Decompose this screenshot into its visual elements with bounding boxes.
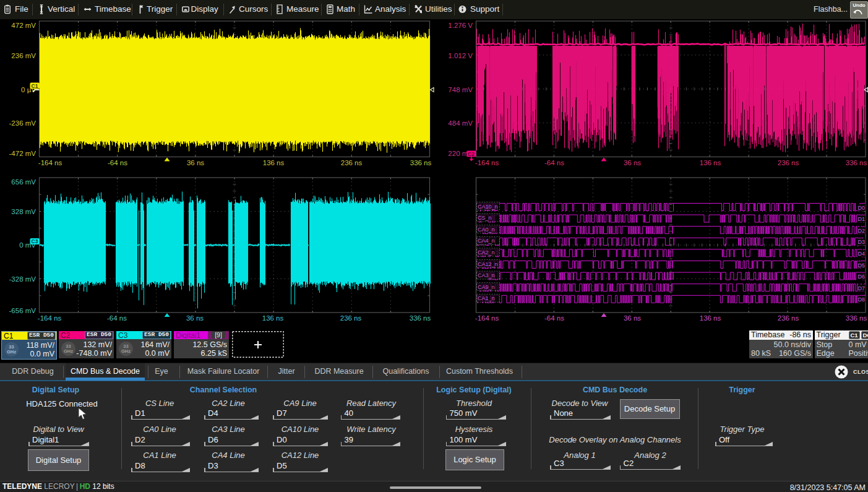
- svg-text:D6: D6: [857, 274, 865, 280]
- svg-text:D3: D3: [857, 239, 865, 245]
- svg-text:CA2_n: CA2_n: [478, 249, 495, 256]
- svg-text:CA10_n: CA10_n: [478, 204, 498, 210]
- svg-text:CA3_n: CA3_n: [478, 272, 495, 278]
- svg-text:336 ns: 336 ns: [846, 314, 867, 322]
- svg-text:D0: D0: [857, 205, 865, 211]
- svg-text:-472 mV: -472 mV: [9, 150, 37, 157]
- svg-text:CA0_n: CA0_n: [478, 227, 495, 233]
- svg-text:-64 ns: -64 ns: [107, 314, 127, 322]
- svg-text:236 mV: 236 mV: [11, 52, 36, 59]
- svg-text:1.012 V: 1.012 V: [448, 52, 473, 59]
- svg-text:D8: D8: [857, 296, 865, 303]
- svg-text:136 ns: 136 ns: [700, 314, 721, 322]
- svg-text:CA9_n: CA9_n: [478, 284, 495, 290]
- svg-text:CA4_n: CA4_n: [478, 238, 495, 244]
- svg-text:36 ns: 36 ns: [624, 314, 641, 322]
- svg-text:328 mV: 328 mV: [11, 208, 36, 215]
- svg-text:CS_n: CS_n: [478, 215, 492, 221]
- svg-text:-236 mV: -236 mV: [9, 119, 37, 127]
- svg-text:1.276 V: 1.276 V: [448, 22, 473, 29]
- svg-text:36 ns: 36 ns: [624, 159, 641, 166]
- svg-text:236 ns: 236 ns: [341, 159, 363, 166]
- svg-text:-64 ns: -64 ns: [544, 159, 564, 166]
- svg-text:484 mV: 484 mV: [448, 119, 473, 127]
- svg-text:D4: D4: [857, 251, 865, 257]
- svg-text:748 mV: 748 mV: [448, 86, 473, 93]
- svg-text:D2: D2: [857, 228, 865, 234]
- svg-text:-164 ns: -164 ns: [38, 314, 62, 322]
- svg-text:336 ns: 336 ns: [410, 159, 432, 166]
- svg-text:136 ns: 136 ns: [263, 159, 285, 166]
- svg-text:236 ns: 236 ns: [340, 314, 362, 322]
- svg-text:36 ns: 36 ns: [187, 159, 204, 166]
- svg-text:-656 mV: -656 mV: [9, 307, 37, 314]
- svg-text:336 ns: 336 ns: [410, 314, 431, 322]
- svg-text:-328 mV: -328 mV: [9, 275, 37, 283]
- svg-text:CA12_n: CA12_n: [478, 261, 498, 267]
- svg-text:-164 ns: -164 ns: [38, 159, 62, 166]
- svg-text:656 mV: 656 mV: [11, 178, 36, 186]
- svg-text:C3: C3: [32, 238, 38, 244]
- svg-text:-164 ns: -164 ns: [475, 159, 499, 166]
- svg-text:472 mV: 472 mV: [11, 22, 36, 29]
- svg-text:CA1_n: CA1_n: [478, 295, 495, 301]
- svg-text:-64 ns: -64 ns: [108, 159, 127, 166]
- svg-text:-64 ns: -64 ns: [544, 314, 564, 322]
- svg-text:136 ns: 136 ns: [700, 159, 721, 166]
- svg-text:236 ns: 236 ns: [778, 159, 799, 166]
- svg-text:D1: D1: [857, 216, 865, 222]
- svg-text:D5: D5: [857, 262, 865, 269]
- svg-text:336 ns: 336 ns: [846, 159, 867, 166]
- svg-text:D7: D7: [857, 285, 865, 291]
- svg-text:136 ns: 136 ns: [262, 314, 284, 322]
- svg-text:C1: C1: [32, 83, 38, 89]
- svg-text:36 ns: 36 ns: [186, 314, 204, 322]
- svg-text:236 ns: 236 ns: [778, 314, 799, 322]
- svg-text:-164 ns: -164 ns: [475, 314, 499, 322]
